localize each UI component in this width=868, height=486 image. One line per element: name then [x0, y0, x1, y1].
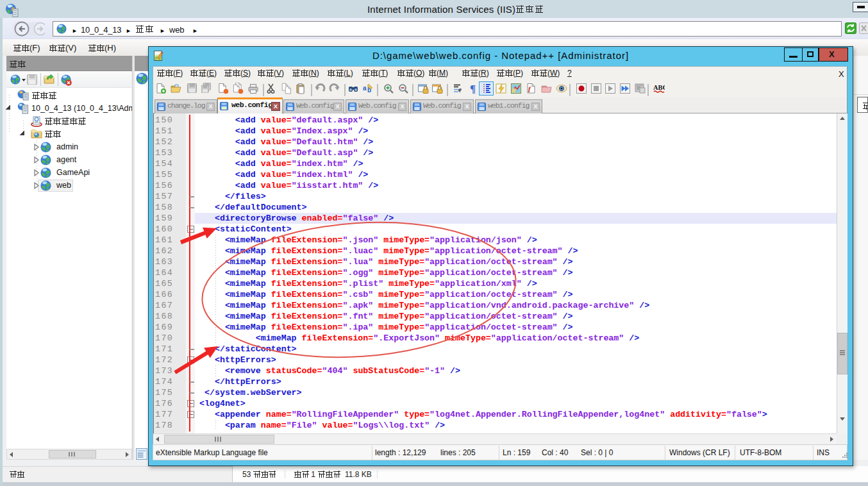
svg-text:¶: ¶ — [470, 83, 476, 94]
svg-text:ABC: ABC — [653, 84, 665, 91]
svg-text:a: a — [363, 85, 367, 92]
